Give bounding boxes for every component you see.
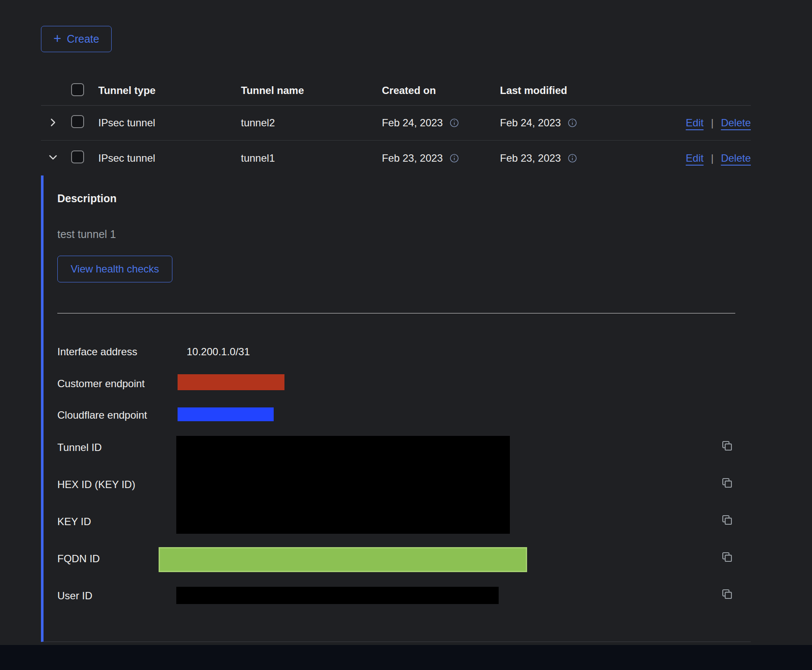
edit-link[interactable]: Edit [686, 117, 703, 129]
user-id-label: User ID [57, 590, 92, 602]
tunnel-type-cell: IPsec tunnel [98, 152, 241, 164]
key-id-label: KEY ID [57, 516, 91, 528]
copy-icon [721, 521, 734, 528]
view-health-checks-button[interactable]: View health checks [57, 256, 172, 282]
table-row: IPsec tunnel tunnel2 Feb 24, 2023 Feb 24… [41, 106, 751, 141]
collapse-row-button[interactable] [46, 150, 60, 166]
section-divider [57, 313, 735, 313]
action-separator: | [711, 152, 713, 164]
tunnel-name-cell: tunnel2 [241, 117, 382, 129]
tunnel-type-cell: IPsec tunnel [98, 117, 241, 129]
column-header-created-on: Created on [382, 85, 500, 97]
created-on-info-icon[interactable] [449, 153, 459, 163]
cloudflare-endpoint-label: Cloudflare endpoint [57, 409, 147, 421]
ipsec-tunnels-page: + Create Tunnel type Tunnel name Created… [0, 0, 812, 670]
plus-icon: + [53, 32, 61, 45]
created-on-cell: Feb 24, 2023 [382, 117, 443, 129]
customer-endpoint-label: Customer endpoint [57, 378, 145, 390]
tunnels-table: Tunnel type Tunnel name Created on Last … [41, 75, 751, 175]
hex-id-label: HEX ID (KEY ID) [57, 479, 135, 491]
copy-tunnel-id-button[interactable] [721, 439, 734, 454]
last-modified-cell: Feb 23, 2023 [500, 152, 561, 164]
chevron-down-icon [49, 153, 57, 163]
description-label: Description [57, 192, 117, 205]
created-on-cell: Feb 23, 2023 [382, 152, 443, 164]
copy-icon [721, 595, 734, 602]
tunnel-id-label: Tunnel ID [57, 441, 102, 454]
last-modified-info-icon[interactable] [567, 118, 578, 128]
edit-link[interactable]: Edit [686, 152, 703, 164]
tunnel-hex-key-id-redacted-values [176, 436, 510, 534]
created-on-info-icon[interactable] [449, 118, 459, 128]
cloudflare-endpoint-redacted-value [178, 407, 274, 421]
delete-link[interactable]: Delete [721, 117, 751, 129]
select-all-checkbox[interactable] [71, 83, 84, 96]
fqdn-id-label: FQDN ID [57, 553, 100, 565]
row-checkbox[interactable] [71, 150, 84, 163]
last-modified-info-icon[interactable] [567, 153, 578, 163]
column-header-last-modified: Last modified [500, 85, 629, 97]
tunnel-detail-panel: Description test tunnel 1 View health ch… [41, 175, 751, 642]
copy-icon [721, 447, 734, 454]
interface-address-label: Interface address [57, 346, 137, 358]
interface-address-value: 10.200.1.0/31 [187, 346, 250, 358]
customer-endpoint-redacted-value [178, 374, 284, 390]
user-id-redacted-value [176, 587, 499, 604]
tunnel-name-cell: tunnel1 [241, 152, 382, 164]
row-checkbox[interactable] [71, 115, 84, 128]
table-row: IPsec tunnel tunnel1 Feb 23, 2023 Feb 23… [41, 141, 751, 175]
bottom-strip [0, 645, 812, 670]
description-value: test tunnel 1 [57, 228, 116, 241]
create-button[interactable]: + Create [41, 26, 112, 52]
fqdn-id-redacted-value [159, 547, 527, 572]
copy-key-id-button[interactable] [721, 513, 734, 528]
column-header-tunnel-name: Tunnel name [241, 85, 382, 97]
copy-icon [721, 484, 734, 491]
expand-row-button[interactable] [46, 116, 60, 131]
last-modified-cell: Feb 24, 2023 [500, 117, 561, 129]
table-header-row: Tunnel type Tunnel name Created on Last … [41, 75, 751, 106]
chevron-right-icon [49, 118, 57, 128]
column-header-tunnel-type: Tunnel type [98, 85, 241, 97]
delete-link[interactable]: Delete [721, 152, 751, 164]
action-separator: | [711, 117, 713, 129]
copy-user-id-button[interactable] [721, 588, 734, 602]
copy-hex-id-button[interactable] [721, 476, 734, 491]
copy-icon [721, 558, 734, 565]
copy-fqdn-id-button[interactable] [721, 551, 734, 565]
create-button-label: Create [67, 33, 99, 45]
